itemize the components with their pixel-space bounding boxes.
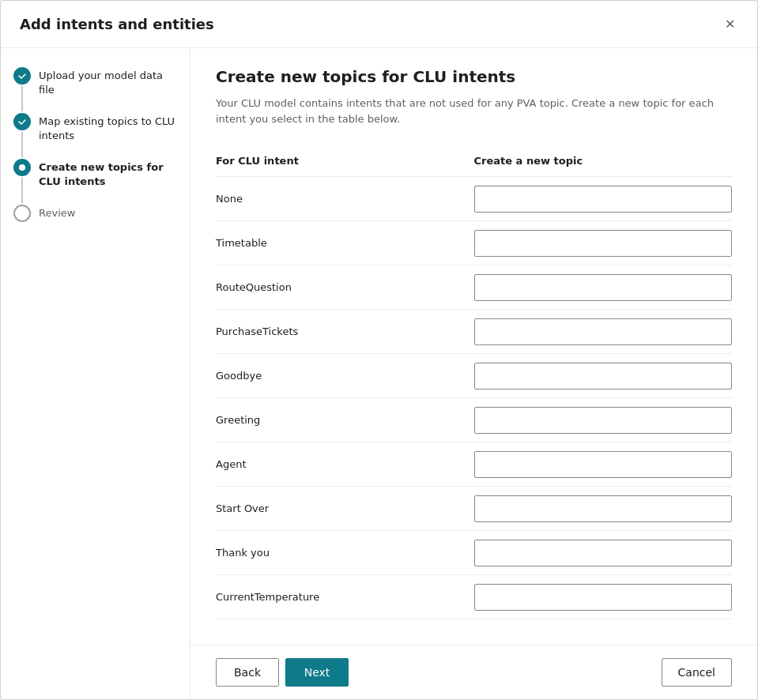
step-line-2 [21, 132, 23, 157]
next-button[interactable]: Next [285, 658, 349, 687]
topic-input-thankyou[interactable] [474, 540, 733, 566]
cancel-button[interactable]: Cancel [662, 658, 732, 687]
intent-goodbye: Goodbye [216, 370, 474, 382]
dialog-body: Upload your model data file Map existing… [1, 48, 757, 699]
table-row: Goodbye [216, 354, 732, 398]
step-circle-map [13, 113, 31, 130]
step-label-upload: Upload your model data file [39, 67, 177, 97]
col-intent-header: For CLU intent [216, 152, 474, 170]
active-dot [19, 164, 25, 171]
back-button[interactable]: Back [216, 658, 279, 687]
step-left-create [13, 159, 31, 205]
topic-input-agent[interactable] [474, 451, 733, 478]
content-area: Create new topics for CLU intents Your C… [190, 48, 757, 645]
intent-timetable: Timetable [216, 237, 474, 249]
step-upload: Upload your model data file [13, 67, 177, 113]
step-label-review: Review [39, 205, 75, 220]
table-row: RouteQuestion [216, 265, 732, 310]
close-button[interactable]: ✕ [722, 13, 738, 35]
step-left-map [13, 113, 31, 159]
check-icon [17, 71, 27, 81]
page-description: Your CLU model contains intents that are… [216, 96, 732, 126]
step-label-create: Create new topics for CLU intents [39, 159, 177, 189]
table-row: Greeting [216, 398, 732, 442]
table-row: None [216, 177, 732, 221]
step-create: Create new topics for CLU intents [13, 159, 177, 205]
intent-routequestion: RouteQuestion [216, 281, 474, 293]
intent-agent: Agent [216, 458, 474, 470]
close-icon: ✕ [725, 17, 735, 32]
step-line-3 [21, 178, 23, 203]
intents-table: For CLU intent Create a new topic None T… [216, 145, 732, 619]
footer-left-buttons: Back Next [216, 658, 349, 687]
topic-input-timetable[interactable] [474, 230, 733, 257]
dialog-footer: Back Next Cancel [190, 645, 757, 699]
step-circle-review [13, 205, 31, 222]
sidebar: Upload your model data file Map existing… [1, 48, 190, 699]
page-title: Create new topics for CLU intents [216, 67, 732, 86]
table-row: PurchaseTickets [216, 310, 732, 354]
main-content: Create new topics for CLU intents Your C… [190, 48, 757, 699]
intent-thankyou: Thank you [216, 547, 474, 559]
intent-greeting: Greeting [216, 414, 474, 426]
col-topic-header: Create a new topic [474, 152, 733, 170]
intent-startover: Start Over [216, 502, 474, 514]
table-row: CurrentTemperature [216, 575, 732, 619]
topic-input-startover[interactable] [474, 495, 733, 522]
topic-input-greeting[interactable] [474, 407, 733, 434]
topic-input-purchasetickets[interactable] [474, 318, 733, 345]
topic-input-none[interactable] [474, 186, 733, 213]
dialog-header: Add intents and entities ✕ [1, 1, 757, 48]
table-header: For CLU intent Create a new topic [216, 145, 732, 177]
step-label-map: Map existing topics to CLU intents [39, 113, 177, 143]
topic-input-routequestion[interactable] [474, 274, 733, 301]
intent-purchasetickets: PurchaseTickets [216, 326, 474, 337]
step-map: Map existing topics to CLU intents [13, 113, 177, 159]
table-row: Timetable [216, 221, 732, 265]
table-row: Start Over [216, 487, 732, 531]
intent-currenttemperature: CurrentTemperature [216, 591, 474, 603]
table-row: Agent [216, 442, 732, 487]
step-circle-upload [13, 67, 31, 85]
add-intents-dialog: Add intents and entities ✕ Upload your m… [0, 0, 758, 700]
step-left-review [13, 205, 31, 222]
topic-input-currenttemperature[interactable] [474, 584, 733, 611]
check-icon-map [17, 117, 27, 126]
dialog-title: Add intents and entities [20, 16, 214, 32]
step-line-1 [21, 86, 23, 111]
step-left-upload [13, 67, 31, 113]
step-circle-create [13, 159, 31, 176]
intent-none: None [216, 193, 474, 205]
table-row: Thank you [216, 531, 732, 575]
step-review: Review [13, 205, 177, 222]
topic-input-goodbye[interactable] [474, 363, 733, 390]
